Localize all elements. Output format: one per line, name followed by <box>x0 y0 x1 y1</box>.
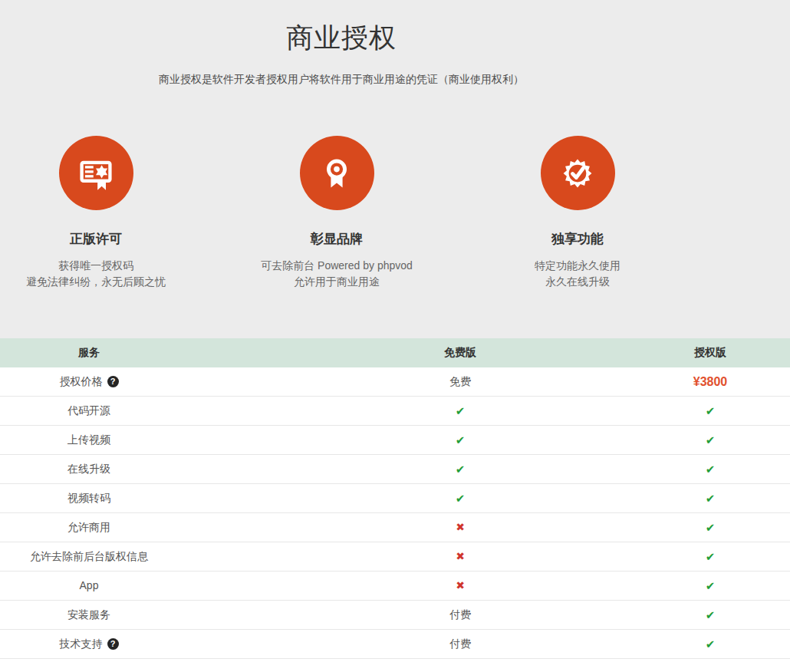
feature-desc-line: 可去除前台 Powered by phpvod <box>241 258 433 274</box>
check-icon: ✔ <box>706 492 716 505</box>
table-row: 允许商用✖✔ <box>0 513 790 542</box>
check-icon: ✔ <box>456 433 466 446</box>
feature-license: 正版许可 获得唯一授权码 避免法律纠纷，永无后顾之忧 <box>0 136 192 290</box>
table-row: 安装服务付费✔ <box>0 601 790 630</box>
check-icon: ✔ <box>706 550 716 563</box>
table-row: 技术支持?付费✔ <box>0 630 790 659</box>
check-icon: ✔ <box>706 404 716 417</box>
feature-title: 正版许可 <box>0 230 192 248</box>
table-body: 授权价格?免费¥3800代码开源✔✔上传视频✔✔在线升级✔✔视频转码✔✔允许商用… <box>0 367 790 659</box>
cross-icon: ✖ <box>456 579 465 591</box>
check-icon: ✔ <box>706 579 716 592</box>
table-header-row: 服务 免费版 授权版 <box>0 338 790 367</box>
check-icon: ✔ <box>706 637 716 651</box>
cross-icon: ✖ <box>456 521 465 533</box>
feature-desc: 特定功能永久使用 永久在线升级 <box>482 258 673 290</box>
row-label: App <box>80 579 99 591</box>
check-icon: ✔ <box>456 404 466 417</box>
table-row: 授权价格?免费¥3800 <box>0 367 790 397</box>
table-row: App✖✔ <box>0 572 790 601</box>
table-row: 上传视频✔✔ <box>0 426 790 455</box>
table-header-service: 服务 <box>0 338 178 367</box>
feature-title: 彰显品牌 <box>241 230 433 248</box>
row-label: 授权价格 <box>60 375 103 387</box>
check-icon: ✔ <box>706 608 716 621</box>
table-row: 在线升级✔✔ <box>0 455 790 484</box>
feature-desc-line: 永久在线升级 <box>482 274 673 290</box>
help-icon[interactable]: ? <box>107 638 119 650</box>
row-label: 视频转码 <box>67 492 110 504</box>
feature-desc-line: 特定功能永久使用 <box>482 258 673 274</box>
feature-desc-line: 允许用于商业用途 <box>241 274 433 290</box>
price-text: ¥3800 <box>693 375 728 388</box>
value-text: 免费 <box>449 375 471 387</box>
row-label: 允许去除前后台版权信息 <box>30 550 148 562</box>
row-label: 代码开源 <box>67 404 110 417</box>
row-label: 在线升级 <box>67 463 110 475</box>
feature-list: 正版许可 获得唯一授权码 避免法律纠纷，永无后顾之忧 彰显品牌 <box>0 136 673 290</box>
row-label: 上传视频 <box>67 433 110 446</box>
check-icon: ✔ <box>706 433 716 446</box>
row-label: 安装服务 <box>67 608 110 621</box>
certificate-icon <box>59 136 133 210</box>
table-row: 允许去除前后台版权信息✖✔ <box>0 542 790 572</box>
feature-exclusive: 独享功能 特定功能永久使用 永久在线升级 <box>482 136 673 290</box>
table-row: 代码开源✔✔ <box>0 397 790 426</box>
comparison-table: 服务 免费版 授权版 授权价格?免费¥3800代码开源✔✔上传视频✔✔在线升级✔… <box>0 338 790 659</box>
feature-desc-line: 避免法律纠纷，永无后顾之忧 <box>0 274 192 290</box>
check-icon: ✔ <box>706 463 716 476</box>
table-row: 视频转码✔✔ <box>0 484 790 513</box>
check-icon: ✔ <box>456 463 466 476</box>
table-header-licensed: 授权版 <box>630 338 790 367</box>
row-label: 允许商用 <box>67 521 110 533</box>
feature-title: 独享功能 <box>482 230 673 248</box>
feature-desc: 可去除前台 Powered by phpvod 允许用于商业用途 <box>241 258 433 290</box>
value-text: 付费 <box>449 637 471 650</box>
check-icon: ✔ <box>456 492 466 505</box>
table-header-free: 免费版 <box>178 338 630 367</box>
check-icon: ✔ <box>706 521 716 534</box>
feature-desc: 获得唯一授权码 避免法律纠纷，永无后顾之忧 <box>0 258 192 290</box>
help-icon[interactable]: ? <box>107 376 119 387</box>
row-label: 技术支持 <box>60 637 103 650</box>
feature-brand: 彰显品牌 可去除前台 Powered by phpvod 允许用于商业用途 <box>241 136 433 290</box>
medal-icon <box>300 136 374 210</box>
page-subtitle: 商业授权是软件开发者授权用户将软件用于商业用途的凭证（商业使用权利） <box>0 73 683 87</box>
cross-icon: ✖ <box>456 550 465 562</box>
value-text: 付费 <box>449 608 471 621</box>
page-title: 商业授权 <box>0 20 683 56</box>
badge-check-icon <box>541 136 615 210</box>
feature-desc-line: 获得唯一授权码 <box>0 258 192 274</box>
hero-section: 商业授权 商业授权是软件开发者授权用户将软件用于商业用途的凭证（商业使用权利） <box>0 0 790 338</box>
